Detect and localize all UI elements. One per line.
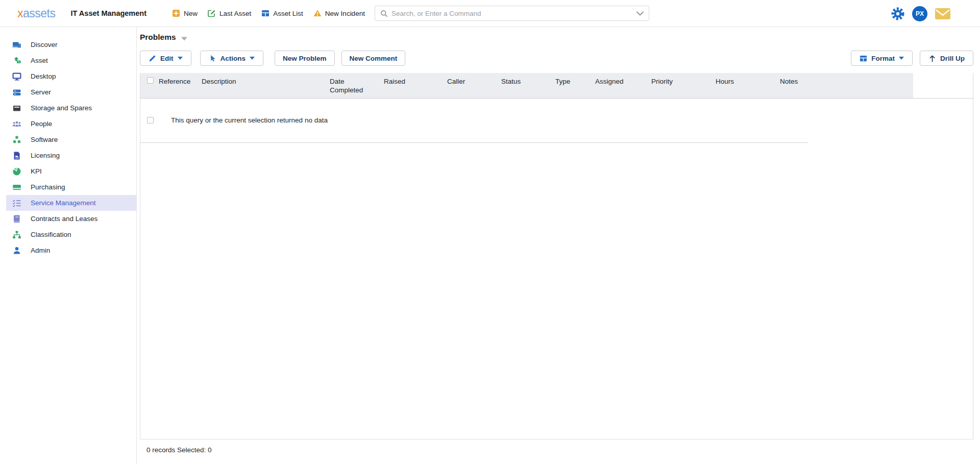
- column-header-hours[interactable]: Hours: [710, 73, 775, 89]
- asset-icon: [12, 56, 22, 65]
- empty-result-message: This query or the current selection retu…: [171, 116, 328, 124]
- table-header: ReferenceDescriptionDate CompletedRaised…: [140, 73, 973, 99]
- new-plus-icon: [172, 9, 180, 17]
- caret-down-icon: [899, 57, 904, 60]
- top-bar-right: PX: [891, 0, 950, 27]
- actions-button[interactable]: Actions: [200, 51, 264, 66]
- row-checkbox[interactable]: [147, 117, 154, 124]
- column-header-raised[interactable]: Raised: [379, 73, 442, 89]
- empty-result-row: This query or the current selection retu…: [140, 99, 808, 143]
- page-title: Problems: [140, 33, 176, 42]
- user-avatar[interactable]: PX: [912, 6, 927, 21]
- page-title-caret-down-icon[interactable]: [181, 37, 187, 41]
- cursor-icon: [209, 55, 216, 62]
- search-box[interactable]: [375, 6, 649, 21]
- sidebar-item-software[interactable]: Software: [0, 132, 136, 148]
- asset-list-table-icon: [261, 9, 270, 17]
- search-input[interactable]: [391, 10, 636, 17]
- page-header: Problems: [140, 27, 973, 42]
- column-header-date-completed[interactable]: Date Completed: [325, 73, 379, 98]
- sidebar-item-server[interactable]: Server: [0, 84, 136, 100]
- sidebar-item-kpi[interactable]: KPI: [0, 163, 136, 179]
- sidebar-item-licensing[interactable]: Licensing: [0, 148, 136, 163]
- search-icon: [380, 10, 388, 17]
- column-header-type[interactable]: Type: [550, 73, 590, 89]
- format-button[interactable]: Format: [851, 51, 913, 66]
- new-comment-button[interactable]: New Comment: [341, 51, 406, 66]
- column-header-caller[interactable]: Caller: [442, 73, 496, 89]
- sidebar-item-discover[interactable]: Discover: [0, 37, 136, 53]
- sidebar-nav: DiscoverAssetDesktopServerStorage and Sp…: [0, 27, 137, 464]
- quick-link-new-incident[interactable]: New Incident: [313, 9, 365, 17]
- column-header-status[interactable]: Status: [496, 73, 550, 89]
- contracts-icon: [12, 214, 22, 224]
- search-chevron-down-icon[interactable]: [636, 11, 644, 16]
- select-all-cell: [140, 73, 154, 84]
- desktop-icon: [12, 72, 22, 81]
- last-asset-edit-icon: [208, 9, 216, 17]
- service-management-icon: [12, 199, 22, 208]
- drill-up-button[interactable]: Drill Up: [920, 51, 973, 66]
- new-incident-warning-icon: [313, 9, 322, 17]
- main-content: Problems Edit Actions New Problem New Co…: [137, 27, 980, 464]
- sidebar-item-classification[interactable]: Classification: [0, 227, 136, 242]
- toolbar: Edit Actions New Problem New Comment For…: [140, 51, 973, 66]
- sidebar-item-service-management[interactable]: Service Management: [6, 195, 136, 211]
- top-bar: xassets IT Asset Management NewLast Asse…: [0, 0, 980, 27]
- sidebar-item-purchasing[interactable]: Purchasing: [0, 179, 136, 195]
- new-problem-button[interactable]: New Problem: [275, 51, 335, 66]
- discover-icon: [12, 40, 22, 50]
- pencil-icon: [149, 55, 156, 62]
- logo-prefix: x: [17, 7, 23, 20]
- server-icon: [12, 88, 22, 97]
- select-all-checkbox[interactable]: [147, 77, 154, 84]
- format-table-icon: [860, 55, 867, 62]
- kpi-icon: [12, 167, 22, 176]
- classification-icon: [12, 230, 22, 239]
- sidebar-item-storage-and-spares[interactable]: Storage and Spares: [0, 100, 136, 116]
- caret-down-icon: [178, 57, 183, 60]
- sidebar-item-asset[interactable]: Asset: [0, 53, 136, 68]
- column-header-description[interactable]: Description: [197, 73, 325, 89]
- sidebar-item-contracts-and-leases[interactable]: Contracts and Leases: [0, 211, 136, 227]
- logo-suffix: assets: [23, 7, 55, 20]
- arrow-up-icon: [928, 55, 936, 62]
- licensing-icon: [12, 151, 22, 160]
- people-icon: [12, 119, 22, 129]
- caret-down-icon: [250, 57, 255, 60]
- quick-link-last-asset[interactable]: Last Asset: [208, 9, 251, 17]
- purchasing-icon: [12, 183, 22, 192]
- software-icon: [12, 135, 22, 144]
- table-header-row: ReferenceDescriptionDate CompletedRaised…: [140, 73, 913, 98]
- sidebar-item-people[interactable]: People: [0, 116, 136, 132]
- record-count-status: 0 records Selected: 0: [140, 446, 973, 454]
- column-header-assigned[interactable]: Assigned: [590, 73, 646, 89]
- column-header-priority[interactable]: Priority: [646, 73, 710, 89]
- app-logo[interactable]: xassets: [17, 7, 55, 20]
- sidebar-item-desktop[interactable]: Desktop: [0, 68, 136, 84]
- problems-table: ReferenceDescriptionDate CompletedRaised…: [140, 73, 973, 439]
- admin-icon: [12, 246, 22, 255]
- edit-button[interactable]: Edit: [140, 51, 191, 66]
- quick-link-asset-list[interactable]: Asset List: [261, 9, 303, 17]
- column-header-reference[interactable]: Reference: [154, 73, 197, 89]
- app-title: IT Asset Management: [70, 9, 146, 17]
- storage-icon: [12, 104, 22, 113]
- toolbar-right: Format Drill Up: [851, 51, 973, 66]
- settings-gear-icon[interactable]: [891, 7, 904, 20]
- quick-link-new[interactable]: New: [172, 9, 198, 17]
- mail-icon[interactable]: [935, 8, 950, 19]
- column-header-notes[interactable]: Notes: [775, 73, 913, 89]
- sidebar-item-admin[interactable]: Admin: [0, 242, 136, 258]
